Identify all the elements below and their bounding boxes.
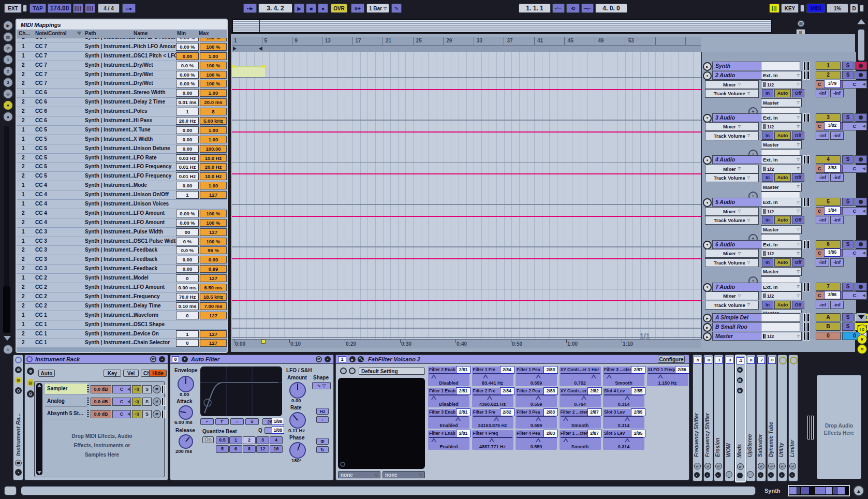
loop-length-field[interactable]: 4. 0. 0 bbox=[595, 4, 627, 13]
track-activator[interactable]: 7 bbox=[816, 283, 841, 291]
routing-menu[interactable]: Master▽ bbox=[761, 140, 802, 149]
monitor-auto-button[interactable]: Auto bbox=[774, 89, 791, 97]
mapping-min-field[interactable]: 0.00 % bbox=[176, 38, 199, 41]
plugin-parameter-cell[interactable]: Filter 3 EnabEnabled2/81 bbox=[428, 409, 469, 429]
device-save-icon[interactable]: ▪ bbox=[768, 472, 774, 478]
rack-hotswap-icon[interactable]: ⇄ bbox=[150, 356, 156, 362]
hotswap-browser-icon[interactable]: ⇄ bbox=[3, 43, 13, 54]
mapping-min-field[interactable]: 0.00 % bbox=[176, 43, 199, 51]
routing-menu[interactable]: Master▽ bbox=[761, 98, 802, 107]
mapping-row[interactable]: 1CC 4Synth | Instrument...Unison Voices bbox=[17, 200, 227, 209]
mapping-min-field[interactable]: 0.00 % bbox=[176, 71, 199, 79]
lfo-rate-value[interactable]: 0.11 Hz bbox=[288, 428, 305, 433]
mapping-min-field[interactable]: 0.00 % bbox=[176, 210, 199, 217]
mapping-row[interactable]: 2CC 1Synth | Instrument...Device On1127 bbox=[17, 330, 227, 339]
monitor-auto-button[interactable]: Auto bbox=[774, 173, 791, 182]
track-activator[interactable]: 5 bbox=[816, 198, 841, 206]
quantize-beat-button[interactable]: 2 bbox=[243, 436, 256, 444]
track-fold-button[interactable]: ▼ bbox=[703, 241, 712, 250]
file-browser-3-icon[interactable]: 3 bbox=[3, 77, 13, 88]
routing-menu[interactable]: Ext. In▽ bbox=[761, 283, 802, 291]
rack-save-preset-icon[interactable]: ▪ bbox=[159, 356, 165, 362]
monitor-in-button[interactable]: In bbox=[762, 216, 773, 224]
plugin-parameter-cell[interactable]: Filter 3 Fre24153.875 Hz2/82 bbox=[472, 409, 513, 429]
plugin-parameter-cell[interactable]: Slot 4 Lev0.3142/85 bbox=[603, 388, 644, 407]
mapping-row[interactable]: 2CC 5Synth | Instrument...LFO Rate0.03 H… bbox=[17, 154, 227, 163]
mapping-max-field[interactable]: 95 % bbox=[200, 246, 227, 254]
release-knob[interactable] bbox=[179, 434, 193, 449]
parameter-slider-handle[interactable] bbox=[455, 417, 461, 421]
mapping-row[interactable]: 1CC 5Synth | Instrument...Unison Detune0… bbox=[17, 144, 227, 153]
solo-button[interactable]: S bbox=[842, 113, 854, 122]
parameter-slider-handle[interactable] bbox=[483, 374, 488, 378]
parameter-slider-handle[interactable] bbox=[536, 417, 541, 421]
mapping-min-field[interactable]: 0.00 bbox=[176, 136, 199, 143]
bar-ruler[interactable]: 1591317212529333741454953 bbox=[232, 37, 701, 46]
parameter-slider-handle[interactable] bbox=[536, 438, 541, 442]
loop-button[interactable]: ⟲ bbox=[566, 4, 580, 13]
mapping-min-field[interactable]: 0.00 % bbox=[176, 80, 199, 87]
phase-button[interactable]: Φ bbox=[316, 438, 329, 445]
track-activator[interactable]: 2 bbox=[816, 71, 841, 79]
mapping-row[interactable]: 2CC 6Synth | Instrument...Hi Pass20.0 Hz… bbox=[17, 116, 227, 125]
mixer-section-menu[interactable]: Track Volume▽ bbox=[705, 131, 759, 140]
automation-line[interactable] bbox=[232, 131, 701, 133]
loop-end-marker[interactable] bbox=[259, 47, 262, 51]
parameter-slider-handle[interactable] bbox=[536, 374, 541, 378]
mapping-row[interactable]: 2CC 3Synth | Instrument...Feedback0.000.… bbox=[17, 265, 227, 273]
mapping-row[interactable]: 2CC 6Synth | Instrument...Delay 2 Time0.… bbox=[17, 98, 227, 107]
track-fold-button[interactable]: ▼ bbox=[703, 114, 712, 123]
master-routing-menu[interactable]: 1/2▽ bbox=[761, 332, 802, 341]
mapping-max-field[interactable]: 127 bbox=[200, 228, 227, 236]
routing-menu-left[interactable]: none▽ bbox=[338, 471, 380, 478]
parameter-slider-handle[interactable] bbox=[431, 438, 436, 442]
vel-zones-button[interactable]: Vel bbox=[123, 370, 139, 377]
plugin-edit-icon[interactable]: 🔧 bbox=[726, 471, 732, 478]
macro-hotswap-icon[interactable]: ⊚ bbox=[27, 368, 34, 375]
quantize-beat-button[interactable]: 5 bbox=[216, 445, 229, 453]
plugin-parameter-cell[interactable]: Filter 3 Pea0.5592/83 bbox=[516, 409, 557, 429]
filter-type-lowpass[interactable]: ⌐ bbox=[200, 418, 214, 425]
lfo-amount-value[interactable]: 0.00 bbox=[291, 398, 301, 403]
fold-device-icon[interactable]: ▼ bbox=[182, 356, 188, 362]
quantize-beat-button[interactable]: 3 bbox=[256, 436, 269, 444]
send-b-field[interactable]: -inf bbox=[830, 89, 844, 97]
monitor-in-button[interactable]: In bbox=[762, 131, 773, 140]
arrangement-overview[interactable] bbox=[232, 19, 772, 33]
track-name[interactable]: A Simple Del bbox=[712, 313, 761, 322]
monitor-in-button[interactable]: In bbox=[762, 258, 773, 267]
hot-swap-icon[interactable]: ⊚ bbox=[15, 366, 22, 373]
mapping-min-field[interactable]: 0.0 % bbox=[176, 62, 199, 69]
device-browser-icon[interactable]: ● bbox=[3, 100, 13, 111]
mapping-max-field[interactable]: 100 % bbox=[200, 238, 227, 245]
envelope-amount-value[interactable]: 0.00 bbox=[180, 391, 189, 397]
mapping-max-field[interactable]: 7.00 ms bbox=[200, 302, 227, 310]
chain-speaker-button[interactable]: ◁) bbox=[132, 410, 141, 418]
parameter-slider-handle[interactable] bbox=[487, 395, 492, 400]
mapping-row[interactable]: 2CC 2Synth | Instrument...LFO Amount0.00… bbox=[17, 283, 227, 292]
key-map-button[interactable]: KEY bbox=[781, 4, 799, 13]
track-fold-button[interactable]: ▼ bbox=[703, 71, 712, 80]
parameter-slider-handle[interactable] bbox=[489, 438, 494, 442]
parameter-slider-handle[interactable] bbox=[581, 395, 586, 400]
mapping-max-field[interactable]: 100 % bbox=[200, 43, 227, 51]
mapping-max-field[interactable]: 100 % bbox=[200, 80, 227, 87]
time-signature-field[interactable]: 4 / 4 bbox=[98, 4, 120, 13]
drop-audio-area[interactable]: Drop Audio Effects Here bbox=[817, 375, 861, 479]
collapsed-device-strip[interactable]: .7Saturator⇄▪ bbox=[756, 355, 766, 481]
rack-hot-swap-icon[interactable]: ⇄ bbox=[15, 460, 22, 466]
parameter-slider-handle[interactable] bbox=[658, 374, 663, 378]
quantize-beat-button[interactable]: 16 bbox=[270, 445, 283, 453]
mapping-row[interactable]: 2CC 1Synth | Instrument...Chain Selector… bbox=[17, 339, 227, 347]
track-fold-button[interactable]: ▼ bbox=[703, 283, 712, 292]
track-name[interactable]: 7 Audio bbox=[712, 283, 761, 291]
mapping-min-field[interactable]: 1 bbox=[176, 330, 199, 338]
mapping-max-field[interactable]: 100 % bbox=[200, 210, 227, 217]
show-hide-device-view-button[interactable]: ▲ bbox=[853, 485, 864, 496]
lfo-rate-knob[interactable] bbox=[289, 412, 306, 429]
loop-start-field[interactable]: 1. 1. 1 bbox=[519, 4, 551, 13]
macro-list-icon[interactable]: ▤ bbox=[27, 379, 34, 386]
collapsed-device-strip[interactable]: .9Frequency Shifter⇄▪ bbox=[693, 355, 702, 481]
mixer-section-menu[interactable]: Mixer▽ bbox=[705, 165, 759, 173]
phase-value[interactable]: 180° bbox=[291, 458, 302, 463]
